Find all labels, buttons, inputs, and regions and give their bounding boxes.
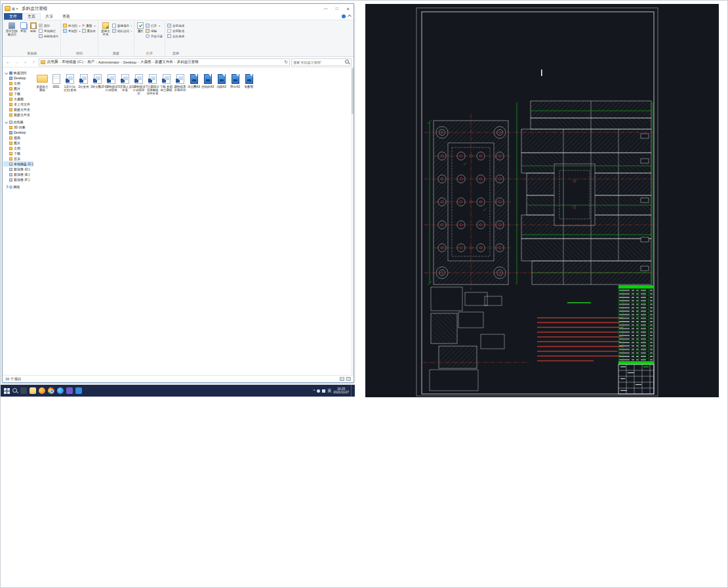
sidebar-item-pictures-qa[interactable]: 图片 [3, 86, 33, 91]
minimize-button[interactable]: — [320, 4, 331, 13]
move-to-button[interactable]: 移动到 [63, 24, 81, 28]
forward-button[interactable]: → [13, 58, 20, 66]
file-item[interactable]: 控制块A3 [201, 73, 214, 95]
language-indicator[interactable]: 英 [327, 388, 331, 394]
invert-selection-button[interactable]: 反向选择 [167, 34, 184, 38]
sidebar-section-quick-access[interactable]: 快速访问 [3, 70, 33, 75]
back-button[interactable]: ← [5, 58, 12, 66]
tab-file[interactable]: 文件 [4, 13, 22, 20]
sidebar-item-new-folder-2[interactable]: 新建文件夹 [3, 112, 33, 117]
help-icon[interactable] [342, 14, 346, 18]
file-item[interactable]: 0001 [49, 73, 63, 95]
sidebar-item-downloads[interactable]: 下载 [3, 151, 33, 156]
copy-to-button[interactable]: 复制到 [63, 29, 81, 33]
file-item[interactable]: 装配图 [242, 73, 256, 95]
taskbar-chrome-icon[interactable] [48, 387, 54, 394]
file-item[interactable]: 6塑料模设计说明评议 [132, 73, 146, 95]
show-desktop-button[interactable] [351, 385, 353, 397]
taskbar-explorer-icon[interactable] [30, 387, 36, 394]
clock[interactable]: 16:25 2021/11/27 [333, 387, 349, 395]
start-button[interactable] [4, 388, 10, 394]
search-box[interactable] [291, 58, 352, 66]
sidebar-item-local-disk-c[interactable]: 本地磁盘 (C:) [3, 161, 33, 167]
qat-properties-icon[interactable]: ▦ [12, 7, 15, 10]
taskbar-app-blue-icon[interactable] [75, 387, 82, 394]
chevron-right-icon[interactable] [5, 186, 8, 189]
paste-shortcut-button[interactable]: 粘贴快捷方式 [39, 34, 58, 38]
open-button[interactable]: 打开 [146, 24, 163, 28]
refresh-icon[interactable]: ↻ [284, 60, 288, 65]
chevron-down-icon[interactable] [5, 121, 8, 124]
sidebar-item-dakangtu[interactable]: 大康图 [3, 96, 33, 102]
scrollbar-thumb[interactable] [352, 68, 354, 114]
taskbar-app-purple-icon[interactable] [66, 387, 73, 394]
collapse-ribbon-icon[interactable] [348, 14, 352, 18]
sidebar-item-volume-d[interactable]: 新加卷 (D:) [3, 167, 33, 172]
breadcrumb-administrator[interactable]: Administrator [94, 60, 119, 64]
new-item-button[interactable]: 新建项目 [112, 24, 132, 28]
taskbar-firefox-icon[interactable] [39, 387, 45, 394]
file-item[interactable]: 多妈盒注塑模 [35, 73, 49, 95]
recent-locations-icon[interactable]: ▾ [22, 58, 29, 66]
sidebar-item-desktop-qa[interactable]: Desktop [3, 75, 33, 81]
file-item[interactable]: 型芯A3 [228, 73, 242, 95]
breadcrumb-this-pc[interactable]: 此电脑 [47, 60, 58, 64]
sidebar-item-videos[interactable]: 视频 [3, 135, 33, 140]
file-item[interactable]: 动模A3 [214, 73, 228, 95]
volume-tray-icon[interactable] [322, 389, 325, 393]
history-button[interactable]: 历史记录 [146, 34, 163, 38]
vertical-scrollbar[interactable] [351, 68, 354, 375]
properties-button[interactable]: 属性 [136, 21, 144, 33]
file-item[interactable]: 1设计(论文)任务书 [63, 73, 77, 95]
titlebar[interactable]: ▦ ▾ 多妈盒注塑模 — □ ✕ [3, 4, 354, 13]
file-item[interactable]: 定位圈A3 [187, 73, 201, 95]
breadcrumb-dakangtu[interactable]: 大康图 [136, 60, 151, 64]
breadcrumb-desktop[interactable]: Desktop [119, 60, 136, 64]
sidebar-item-3d-objects[interactable]: 3D 对象 [3, 125, 33, 130]
file-item[interactable]: 塑料模具开题评语 [173, 73, 187, 95]
sidebar-item-desktop[interactable]: Desktop [3, 130, 33, 135]
sidebar-section-network[interactable]: 网络 [3, 184, 33, 189]
address-bar[interactable]: 此电脑 本地磁盘 (C:) 用户 Administrator Desktop 大… [39, 58, 290, 66]
breadcrumb-local-disk-c[interactable]: 本地磁盘 (C:) [58, 60, 84, 64]
details-view-icon[interactable] [340, 377, 344, 381]
chevron-down-icon[interactable] [5, 71, 8, 75]
network-tray-icon[interactable] [317, 389, 320, 393]
sidebar-item-volume-f[interactable]: 新加卷 (F:) [3, 177, 33, 182]
delete-button[interactable]: ✕ 删除 [82, 24, 96, 28]
file-item[interactable]: 2任务书 [77, 73, 91, 95]
copy-path-button[interactable]: 复制路径 [39, 29, 58, 33]
breadcrumb-current-folder[interactable]: 多妈盒注塑模 [173, 60, 199, 64]
sidebar-item-documents-qa[interactable]: 文档 [3, 81, 33, 86]
rename-button[interactable]: 重命名 [82, 29, 96, 33]
maximize-button[interactable]: □ [331, 4, 342, 13]
select-all-button[interactable]: 全部选择 [167, 24, 184, 28]
breadcrumb-new-folder[interactable]: 新建文件夹 [152, 60, 173, 64]
sidebar-item-upload-folder[interactable]: 桌上传文件 [3, 102, 33, 107]
tab-view[interactable]: 查看 [58, 13, 75, 20]
sidebar-item-downloads-qa[interactable]: 下载 [3, 91, 33, 96]
file-item[interactable]: 下载 多妈盒注塑模 [159, 73, 173, 95]
paste-button[interactable]: 粘贴 [29, 21, 37, 33]
edit-button[interactable]: 编辑 [146, 29, 163, 33]
easy-access-button[interactable]: 轻松访问 [112, 29, 132, 33]
sidebar-section-this-pc[interactable]: 此电脑 [3, 119, 33, 125]
file-item[interactable]: 7注塑模运动调整模拟评价表 [146, 73, 159, 95]
new-folder-button[interactable]: 新建文件夹 [100, 21, 111, 36]
sidebar-item-volume-e[interactable]: 新加卷 (E:) [3, 172, 33, 177]
task-view-icon[interactable] [20, 387, 27, 394]
taskbar-edge-icon[interactable] [57, 387, 64, 394]
search-input[interactable] [293, 60, 345, 64]
file-item[interactable]: 4塑料模设计说明书 [104, 73, 118, 95]
sidebar-item-new-folder-1[interactable]: 新建文件夹 [3, 107, 33, 112]
sidebar-item-documents[interactable]: 文档 [3, 146, 33, 151]
file-item[interactable]: 5开题人员评表 [118, 73, 132, 95]
up-button[interactable]: ↑ [30, 58, 37, 66]
tray-expand-icon[interactable]: ^ [313, 389, 315, 393]
cut-button[interactable]: 剪切 [39, 24, 58, 28]
taskbar-search-icon[interactable] [12, 388, 18, 393]
select-none-button[interactable]: 全部取消 [167, 29, 184, 33]
tab-home[interactable]: 主页 [22, 13, 41, 20]
file-item[interactable]: 3外文翻译 [91, 73, 104, 95]
sidebar-item-pictures[interactable]: 图片 [3, 140, 33, 146]
